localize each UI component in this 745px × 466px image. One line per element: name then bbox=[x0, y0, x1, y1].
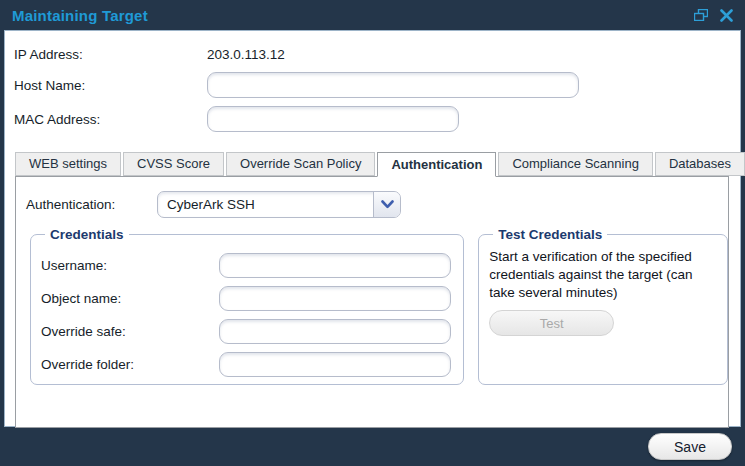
test-button[interactable]: Test bbox=[489, 310, 614, 336]
authentication-dropdown[interactable]: CyberArk SSH bbox=[157, 191, 401, 218]
object-name-label: Object name: bbox=[41, 291, 219, 306]
host-name-label: Host Name: bbox=[14, 78, 207, 93]
username-label: Username: bbox=[41, 258, 219, 273]
ip-address-value: 203.0.113.12 bbox=[207, 47, 285, 62]
tab-databases[interactable]: Databases bbox=[655, 152, 745, 176]
mac-address-input[interactable] bbox=[207, 106, 459, 132]
dialog-footer: Save bbox=[0, 427, 745, 466]
tab-strip: WEB settings CVSS Score Override Scan Po… bbox=[15, 152, 729, 176]
username-input[interactable] bbox=[219, 253, 451, 278]
tab-override-scan-policy[interactable]: Override Scan Policy bbox=[226, 152, 375, 176]
window-title: Maintaining Target bbox=[12, 7, 148, 24]
credentials-legend: Credentials bbox=[45, 227, 129, 242]
dialog-content: IP Address: 203.0.113.12 Host Name: MAC … bbox=[4, 30, 741, 427]
override-folder-label: Override folder: bbox=[41, 357, 219, 372]
chevron-down-icon[interactable] bbox=[373, 192, 400, 217]
override-safe-label: Override safe: bbox=[41, 324, 219, 339]
authentication-tab-panel: Authentication: CyberArk SSH Credentials… bbox=[15, 176, 729, 428]
authentication-dropdown-value: CyberArk SSH bbox=[158, 197, 373, 212]
close-icon[interactable] bbox=[720, 9, 733, 22]
override-safe-input[interactable] bbox=[219, 319, 451, 344]
host-name-input[interactable] bbox=[207, 72, 579, 98]
test-credentials-legend: Test Credentials bbox=[493, 227, 607, 242]
tab-cvss-score[interactable]: CVSS Score bbox=[123, 152, 224, 176]
ip-address-label: IP Address: bbox=[14, 47, 207, 62]
override-folder-input[interactable] bbox=[219, 352, 451, 377]
maintaining-target-dialog: Maintaining Target IP Address: 203.0.113… bbox=[0, 0, 745, 466]
object-name-input[interactable] bbox=[219, 286, 451, 311]
credentials-fieldset: Credentials Username: Object name: Overr… bbox=[30, 227, 464, 385]
restore-icon[interactable] bbox=[694, 9, 708, 21]
mac-address-label: MAC Address: bbox=[14, 112, 207, 127]
save-button[interactable]: Save bbox=[648, 433, 732, 460]
tab-web-settings[interactable]: WEB settings bbox=[15, 152, 121, 176]
titlebar: Maintaining Target bbox=[0, 0, 745, 30]
authentication-label: Authentication: bbox=[26, 197, 157, 212]
tab-authentication[interactable]: Authentication bbox=[377, 152, 496, 177]
tab-compliance-scanning[interactable]: Compliance Scanning bbox=[498, 152, 652, 176]
test-credentials-description: Start a verification of the specified cr… bbox=[489, 248, 719, 301]
test-credentials-fieldset: Test Credentials Start a verification of… bbox=[478, 227, 728, 385]
